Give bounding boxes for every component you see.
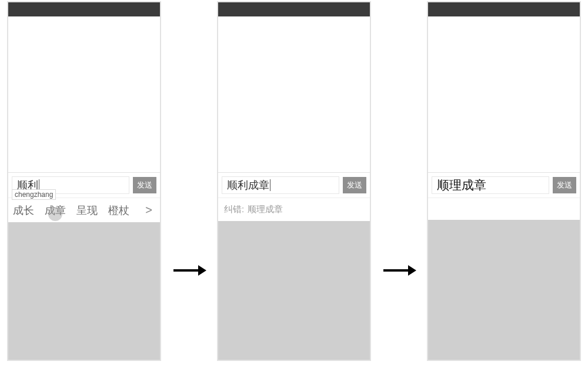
text-caret-icon bbox=[270, 179, 270, 191]
conversation-area bbox=[218, 16, 370, 173]
pinyin-preedit-overlay: chengzhang bbox=[12, 189, 56, 200]
correction-prefix: 纠错: bbox=[224, 204, 244, 215]
status-bar bbox=[428, 2, 580, 16]
send-button[interactable]: 发送 bbox=[553, 177, 576, 193]
ime-more-candidates-icon[interactable]: > bbox=[142, 203, 155, 217]
input-text: 顺理成章 bbox=[437, 177, 486, 193]
status-bar bbox=[218, 2, 370, 16]
ime-correction-strip[interactable]: 纠错: 顺理成章 bbox=[218, 198, 370, 221]
keyboard-area[interactable] bbox=[218, 221, 370, 360]
phone-screen-3: 顺理成章 发送 bbox=[427, 1, 581, 361]
conversation-area bbox=[428, 16, 580, 173]
message-input[interactable]: 顺利成章 bbox=[222, 176, 339, 194]
phone-screen-1: 顺利 发送 成长 成章 呈现 橙杖 > chengzhang bbox=[7, 1, 161, 361]
flow-arrow-icon bbox=[382, 263, 416, 277]
conversation-area bbox=[8, 16, 160, 173]
keyboard-area[interactable] bbox=[8, 222, 160, 360]
ime-candidate[interactable]: 呈现 bbox=[76, 203, 98, 218]
message-input-row: 顺利成章 发送 bbox=[218, 173, 370, 198]
send-button[interactable]: 发送 bbox=[133, 177, 156, 193]
ime-empty-strip bbox=[428, 198, 580, 220]
flow-arrow-icon bbox=[172, 263, 206, 277]
svg-marker-3 bbox=[408, 265, 416, 276]
correction-suggestion: 顺理成章 bbox=[248, 204, 283, 215]
ime-candidate[interactable]: 橙杖 bbox=[108, 203, 129, 218]
message-input-row: 顺理成章 发送 bbox=[428, 173, 580, 198]
three-phone-diagram: 顺利 发送 成长 成章 呈现 橙杖 > chengzhang 顺利成章 发送 纠… bbox=[0, 0, 588, 364]
keyboard-area[interactable] bbox=[428, 220, 580, 360]
input-text: 顺利成章 bbox=[227, 178, 269, 192]
ime-candidate[interactable]: 成长 bbox=[13, 203, 34, 218]
phone-screen-2: 顺利成章 发送 纠错: 顺理成章 bbox=[217, 1, 371, 361]
ime-candidate-strip: 成长 成章 呈现 橙杖 > bbox=[8, 198, 160, 222]
svg-marker-1 bbox=[198, 265, 206, 276]
send-button[interactable]: 发送 bbox=[343, 177, 366, 193]
ime-candidate[interactable]: 成章 bbox=[45, 203, 66, 218]
message-input[interactable]: 顺理成章 bbox=[432, 176, 549, 194]
status-bar bbox=[8, 2, 160, 16]
